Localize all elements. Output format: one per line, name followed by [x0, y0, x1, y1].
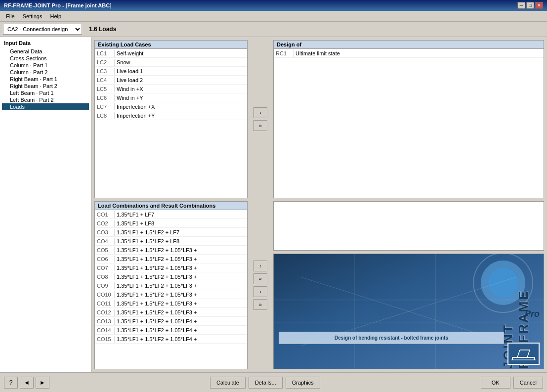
help-icon-button[interactable]: ?: [4, 377, 18, 389]
load-case-row[interactable]: LC2Snow: [95, 58, 247, 67]
sidebar-header: Input Data: [2, 39, 89, 47]
brand-pro: Pro: [525, 309, 540, 319]
load-combo-row[interactable]: CO131.35*LF1 + 1.5*LF2 + 1.05*LF4 +: [95, 317, 247, 326]
design-of-row[interactable]: RC1Ultimate limit state: [274, 49, 544, 58]
right-bottom-area: RF-FRAME JOINT Pro Design of bending res…: [273, 201, 544, 369]
brand-description: Design of bending resistant - bolted fra…: [279, 332, 504, 344]
footer: ? ◄ ► Calculate Details... Graphics OK C…: [0, 372, 547, 392]
top-section: Existing Load Cases LC1Self-weightLC2Sno…: [94, 40, 544, 198]
design-of-bottom-list[interactable]: [274, 202, 544, 250]
load-combos-content: CO11.35*LF1 + LF7CO21.35*LF1 + LF8CO31.3…: [95, 210, 247, 369]
ok-button[interactable]: OK: [481, 377, 510, 389]
load-case-row[interactable]: LC7Imperfection +X: [95, 102, 247, 111]
sidebar-item-left-beam-part1[interactable]: Left Beam · Part 1: [2, 89, 89, 96]
forward-button[interactable]: ►: [36, 377, 49, 389]
menu-file[interactable]: File: [2, 12, 19, 20]
details-button[interactable]: Details...: [249, 377, 283, 389]
load-combo-row[interactable]: CO51.35*LF1 + 1.5*LF2 + 1.05*LF3 +: [95, 246, 247, 255]
load-combo-row[interactable]: CO31.35*LF1 + 1.5*LF2 + LF7: [95, 228, 247, 237]
title-bar-buttons: ─ □ ✕: [517, 2, 543, 9]
load-combo-row[interactable]: CO61.35*LF1 + 1.5*LF2 + 1.05*LF3 +: [95, 255, 247, 263]
load-combo-row[interactable]: CO111.35*LF1 + 1.5*LF2 + 1.05*LF3 +: [95, 299, 247, 308]
sidebar-item-cross-sections[interactable]: Cross-Sections: [2, 55, 89, 62]
bottom-arrow-buttons: ‹ « › »: [252, 201, 269, 369]
load-case-row[interactable]: LC6Wind in +Y: [95, 93, 247, 102]
back-button[interactable]: ◄: [20, 377, 34, 389]
sidebar: Input Data General Data Cross-Sections C…: [0, 37, 91, 372]
toolbar: CA2 - Connection design 1.6 Loads: [0, 22, 547, 37]
design-of-header: Design of: [274, 41, 544, 49]
load-combo-row[interactable]: CO81.35*LF1 + 1.5*LF2 + 1.05*LF3 +: [95, 272, 247, 281]
minimize-button[interactable]: ─: [517, 2, 525, 9]
sidebar-item-column-part2[interactable]: Column · Part 2: [2, 69, 89, 76]
menu-settings[interactable]: Settings: [19, 12, 46, 20]
design-of-content: RC1Ultimate limit state: [274, 49, 544, 198]
window-title: RF-FRAME-JOINT Pro - [Frame joint ABC]: [4, 2, 112, 8]
load-case-row[interactable]: LC8Imperfection +Y: [95, 111, 247, 120]
brand-image-panel: RF-FRAME JOINT Pro Design of bending res…: [273, 254, 544, 369]
design-of-panel: Design of RC1Ultimate limit state: [273, 40, 544, 198]
sidebar-item-right-beam-part2[interactable]: Right Beam · Part 2: [2, 83, 89, 89]
case-dropdown[interactable]: CA2 - Connection design: [3, 24, 82, 35]
top-arrow-buttons: › »: [252, 40, 269, 198]
existing-load-cases-list-container: LC1Self-weightLC2SnowLC3Live load 1LC4Li…: [95, 49, 247, 198]
graphics-button[interactable]: Graphics: [286, 377, 320, 389]
sidebar-item-loads[interactable]: Loads: [2, 103, 89, 110]
calculate-button[interactable]: Calculate: [210, 377, 246, 389]
footer-center: Calculate Details... Graphics: [210, 377, 320, 389]
move-right-button2[interactable]: ›: [253, 286, 267, 297]
load-combos-panel: Load Combinations and Result Combination…: [94, 201, 248, 369]
load-combo-row[interactable]: CO151.35*LF1 + 1.5*LF2 + 1.05*LF4 +: [95, 335, 247, 344]
load-combo-row[interactable]: CO41.35*LF1 + 1.5*LF2 + LF8: [95, 237, 247, 246]
existing-load-cases-list[interactable]: LC1Self-weightLC2SnowLC3Live load 1LC4Li…: [95, 49, 247, 198]
move-right-all-button[interactable]: »: [253, 120, 267, 131]
title-bar: RF-FRAME-JOINT Pro - [Frame joint ABC] ─…: [0, 0, 547, 11]
design-of-bottom-list-container: [274, 202, 544, 250]
load-combo-row[interactable]: CO91.35*LF1 + 1.5*LF2 + 1.05*LF3 +: [95, 281, 247, 290]
design-of-bottom-content: [274, 202, 544, 250]
cancel-button[interactable]: Cancel: [513, 377, 543, 389]
move-left-all-button[interactable]: «: [253, 273, 267, 284]
existing-load-cases-panel: Existing Load Cases LC1Self-weightLC2Sno…: [94, 40, 248, 198]
main-window: CA2 - Connection design 1.6 Loads Input …: [0, 22, 547, 392]
load-combos-header: Load Combinations and Result Combination…: [95, 202, 247, 210]
section-title: 1.6 Loads: [85, 25, 120, 34]
sidebar-item-right-beam-part1[interactable]: Right Beam · Part 1: [2, 76, 89, 83]
load-combo-row[interactable]: CO121.35*LF1 + 1.5*LF2 + 1.05*LF3 +: [95, 308, 247, 317]
load-combos-list-container: CO11.35*LF1 + LF7CO21.35*LF1 + LF8CO31.3…: [95, 210, 247, 369]
load-case-row[interactable]: LC4Live load 2: [95, 76, 247, 85]
sidebar-item-left-beam-part2[interactable]: Left Beam · Part 2: [2, 96, 89, 103]
bottom-section: Load Combinations and Result Combination…: [94, 201, 544, 369]
load-combo-row[interactable]: CO141.35*LF1 + 1.5*LF2 + 1.05*LF4 +: [95, 326, 247, 335]
maximize-button[interactable]: □: [526, 2, 534, 9]
design-of-list[interactable]: RC1Ultimate limit state: [274, 49, 544, 198]
close-button[interactable]: ✕: [535, 2, 543, 9]
footer-left: ? ◄ ►: [4, 377, 49, 389]
load-combo-row[interactable]: CO71.35*LF1 + 1.5*LF2 + 1.05*LF3 +: [95, 263, 247, 272]
load-case-row[interactable]: LC1Self-weight: [95, 49, 247, 58]
sidebar-item-column-part1[interactable]: Column · Part 1: [2, 62, 89, 69]
menu-bar: File Settings Help: [0, 11, 547, 22]
load-combos-wrapper: Load Combinations and Result Combination…: [94, 201, 248, 369]
move-left-button[interactable]: ‹: [253, 261, 267, 271]
move-right-all-button2[interactable]: »: [253, 299, 267, 310]
existing-load-cases-header: Existing Load Cases: [95, 41, 247, 49]
sidebar-item-general-data[interactable]: General Data: [2, 48, 89, 55]
design-of-list-container: RC1Ultimate limit state: [274, 49, 544, 198]
load-case-row[interactable]: LC3Live load 1: [95, 67, 247, 76]
load-combo-row[interactable]: CO11.35*LF1 + LF7: [95, 210, 247, 219]
load-case-row[interactable]: LC5Wind in +X: [95, 85, 247, 93]
menu-help[interactable]: Help: [46, 12, 65, 20]
content-area: Input Data General Data Cross-Sections C…: [0, 37, 547, 372]
existing-load-cases-content: LC1Self-weightLC2SnowLC3Live load 1LC4Li…: [95, 49, 247, 198]
brand-overlay: RF-FRAME JOINT Pro Design of bending res…: [274, 254, 544, 369]
load-combo-row[interactable]: CO21.35*LF1 + LF8: [95, 219, 247, 228]
load-combo-row[interactable]: CO101.35*LF1 + 1.5*LF2 + 1.05*LF3 +: [95, 290, 247, 299]
design-of-bottom-panel: [273, 201, 544, 251]
brand-logo: [507, 343, 540, 365]
right-panel: Existing Load Cases LC1Self-weightLC2Sno…: [91, 37, 547, 372]
move-right-button[interactable]: ›: [253, 107, 267, 118]
footer-right: OK Cancel: [481, 377, 543, 389]
load-combos-list[interactable]: CO11.35*LF1 + LF7CO21.35*LF1 + LF8CO31.3…: [95, 210, 247, 369]
